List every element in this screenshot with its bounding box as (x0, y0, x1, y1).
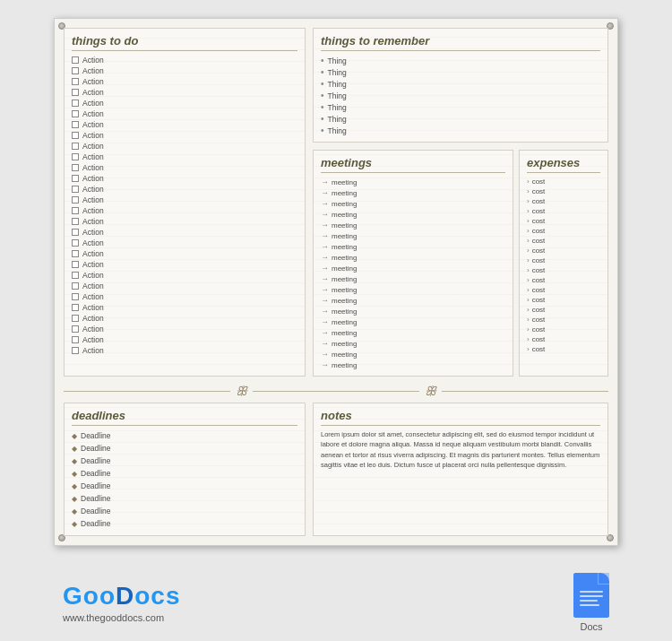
meeting-item: →meeting (321, 263, 505, 273)
right-column: things to remember •Thing•Thing•Thing•Th… (313, 28, 608, 377)
todo-checkbox[interactable] (72, 229, 79, 236)
todo-checkbox[interactable] (72, 56, 79, 64)
deadline-item: ◆Deadline (72, 429, 297, 442)
todo-item-label: Action (82, 120, 104, 129)
todo-item: Action (72, 216, 297, 227)
todo-checkbox[interactable] (72, 186, 79, 193)
bullet-icon: • (321, 126, 324, 135)
todo-item: Action (72, 173, 297, 184)
todo-item-label: Action (82, 206, 104, 215)
chevron-icon: › (527, 197, 530, 205)
docs-file-icon (573, 573, 609, 618)
todo-checkbox[interactable] (72, 164, 79, 171)
arrow-icon: → (321, 328, 329, 337)
todo-checkbox[interactable] (72, 336, 79, 343)
todo-checkbox[interactable] (72, 143, 79, 150)
todo-checkbox[interactable] (72, 175, 79, 182)
todo-item: Action (72, 55, 297, 65)
meeting-item-label: meeting (332, 329, 357, 337)
meeting-item: →meeting (321, 338, 505, 349)
todo-checkbox[interactable] (72, 250, 79, 257)
deadline-item: ◆Deadline (72, 442, 297, 455)
todo-checkbox[interactable] (72, 67, 79, 74)
logo-area: GooDocs www.thegooddocs.com (63, 582, 180, 623)
todo-checkbox[interactable] (72, 196, 79, 204)
diamond-icon: ◆ (72, 482, 77, 490)
chevron-icon: › (527, 237, 530, 245)
meeting-item: →meeting (321, 316, 505, 327)
todo-checkbox[interactable] (72, 315, 79, 322)
chevron-icon: › (527, 296, 530, 304)
todo-item-label: Action (82, 314, 104, 323)
todo-checkbox[interactable] (72, 261, 79, 268)
deadlines-panel: deadlines ◆Deadline◆Deadline◆Deadline◆De… (64, 403, 306, 536)
expense-item: ›cost (527, 196, 600, 206)
remember-item-label: Thing (328, 91, 347, 100)
branding-area: GooDocs www.thegooddocs.com Docs (54, 573, 618, 632)
meeting-item-label: meeting (332, 351, 357, 359)
todo-checkbox[interactable] (72, 347, 79, 354)
todo-checkbox[interactable] (72, 78, 79, 85)
svg-rect-3 (580, 595, 603, 597)
todo-item: Action (72, 195, 297, 205)
todo-item: Action (72, 152, 297, 162)
meeting-item-label: meeting (332, 178, 357, 186)
todo-item-label: Action (82, 185, 104, 194)
expenses-title: expenses (527, 156, 600, 173)
todo-checkbox[interactable] (72, 132, 79, 139)
deadline-item: ◆Deadline (72, 492, 297, 505)
arrow-icon: → (321, 210, 329, 219)
meeting-item: →meeting (321, 284, 505, 295)
logo-D-special: D (116, 582, 134, 610)
meeting-item-label: meeting (332, 211, 357, 219)
meeting-item-label: meeting (332, 340, 357, 348)
todo-item-label: Action (82, 292, 104, 301)
meeting-item-label: meeting (332, 189, 357, 197)
meeting-item-label: meeting (332, 275, 357, 283)
todo-item: Action (72, 313, 297, 324)
todo-checkbox[interactable] (72, 304, 79, 311)
expense-item-label: cost (532, 178, 546, 186)
meeting-item: →meeting (321, 252, 505, 263)
expense-item: ›cost (527, 226, 600, 236)
meeting-item: →meeting (321, 209, 505, 220)
svg-rect-2 (580, 591, 603, 593)
arrow-icon: → (321, 360, 329, 369)
todo-checkbox[interactable] (72, 207, 79, 214)
todo-checkbox[interactable] (72, 110, 79, 117)
todo-checkbox[interactable] (72, 272, 79, 279)
todo-checkbox[interactable] (72, 218, 79, 225)
todo-item-label: Action (82, 271, 104, 280)
bullet-icon: • (321, 68, 324, 77)
remember-item-label: Thing (328, 126, 347, 135)
diamond-icon: ◆ (72, 495, 77, 503)
todo-item-label: Action (82, 303, 104, 312)
todo-checkbox[interactable] (72, 282, 79, 290)
todo-checkbox[interactable] (72, 100, 79, 107)
expense-item-label: cost (532, 316, 546, 324)
remember-title: things to remember (321, 34, 600, 51)
bullet-icon: • (321, 80, 324, 89)
todo-checkbox[interactable] (72, 293, 79, 300)
todo-item: Action (72, 87, 297, 98)
chevron-icon: › (527, 256, 530, 264)
deadline-item-label: Deadline (81, 469, 111, 478)
todo-checkbox[interactable] (72, 121, 79, 128)
expense-item: ›cost (527, 315, 600, 325)
todo-checkbox[interactable] (72, 89, 79, 96)
remember-item: •Thing (321, 90, 600, 101)
meeting-item-label: meeting (332, 318, 357, 326)
todo-item-label: Action (82, 249, 104, 258)
arrow-icon: → (321, 253, 329, 262)
todo-checkbox[interactable] (72, 239, 79, 247)
remember-item: •Thing (321, 101, 600, 113)
deadline-item: ◆Deadline (72, 505, 297, 517)
meeting-item: →meeting (321, 273, 505, 284)
expense-item-label: cost (532, 227, 546, 235)
expense-item: ›cost (527, 344, 600, 354)
todo-checkbox[interactable] (72, 153, 79, 160)
todo-checkbox[interactable] (72, 325, 79, 333)
arrow-icon: → (321, 242, 329, 251)
todo-item: Action (72, 65, 297, 76)
remember-item: •Thing (321, 78, 600, 90)
